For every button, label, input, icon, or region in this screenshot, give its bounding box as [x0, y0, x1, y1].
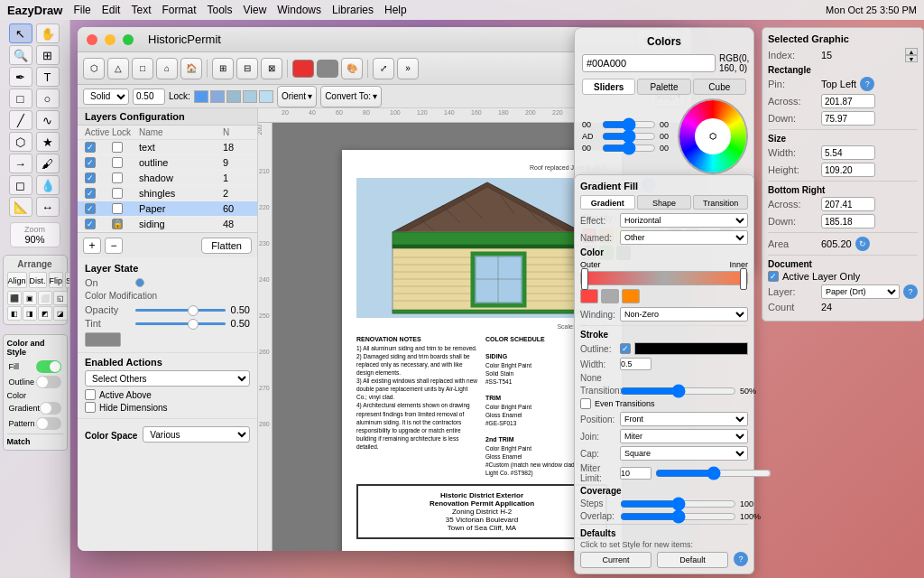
layer-row-paper[interactable]: ✓ Paper 60 [78, 201, 257, 217]
color-slider-r[interactable] [602, 121, 656, 128]
tint-color-swatch[interactable] [85, 332, 121, 347]
inner-color-swatch[interactable] [622, 289, 640, 303]
menu-text[interactable]: Text [131, 4, 151, 16]
even-transitions-check[interactable] [580, 398, 591, 409]
pattern-toggle[interactable] [36, 417, 61, 430]
text-tool[interactable]: T [36, 67, 60, 87]
menu-edit[interactable]: Edit [102, 4, 121, 16]
transition-slider[interactable] [620, 387, 736, 395]
gp-tab-gradient[interactable]: Gradient [580, 195, 635, 210]
menu-help[interactable]: Help [384, 4, 407, 16]
index-down-step[interactable]: ▼ [905, 55, 918, 62]
layer-active-siding[interactable]: ✓ [85, 219, 96, 229]
outer-color-swatch[interactable] [580, 289, 598, 303]
orient-btn[interactable]: Orient ▾ [277, 86, 317, 107]
mid-color-swatch[interactable] [601, 289, 619, 303]
minimize-button[interactable] [105, 34, 116, 45]
outline-checkbox[interactable]: ✓ [620, 343, 631, 354]
tab-cube[interactable]: Cube [693, 79, 746, 95]
color-space-select[interactable]: Various [143, 426, 250, 443]
arrange-icon-3[interactable]: ⬜ [38, 291, 52, 305]
rect-tool[interactable]: □ [9, 89, 32, 108]
convert-btn[interactable]: Convert To: ▾ [320, 86, 382, 107]
fill-toggle[interactable] [36, 360, 61, 373]
arrange-icon-1[interactable]: ⬛ [7, 291, 22, 305]
tb-building[interactable]: 🏠 [180, 58, 202, 79]
ellipse-tool[interactable]: ○ [36, 89, 60, 108]
layer-active-paper[interactable]: ✓ [85, 203, 96, 214]
arrow-tool[interactable]: → [9, 154, 32, 173]
tb-fill-gray[interactable] [317, 60, 338, 78]
tb-fill-red[interactable] [292, 60, 314, 78]
overlap-slider[interactable] [620, 513, 736, 520]
layer-active-shadow[interactable]: ✓ [85, 172, 96, 183]
crop-tool[interactable]: ⊞ [36, 45, 60, 65]
br-down-input[interactable] [821, 214, 875, 228]
tint-slider[interactable] [135, 322, 226, 325]
color-swatch-lightblue[interactable] [210, 90, 225, 103]
stroke-width-field[interactable] [620, 358, 651, 370]
eraser-tool[interactable]: ◻ [9, 175, 32, 195]
menu-format[interactable]: Format [162, 4, 196, 16]
gp-tab-transition[interactable]: Transition [693, 195, 748, 210]
layer-lock-paper[interactable] [112, 203, 123, 214]
line-tool[interactable]: ╱ [9, 110, 32, 130]
color-swatch-blue[interactable] [194, 90, 208, 103]
tb-color-picker[interactable]: 🎨 [341, 58, 363, 79]
layer-row-shingles[interactable]: ✓ shingles 2 [78, 186, 257, 201]
current-btn[interactable]: Current [580, 552, 651, 568]
tab-sliders[interactable]: Sliders [582, 79, 635, 95]
measure-tool[interactable]: 📐 [9, 197, 32, 217]
color-swatch-pale[interactable] [243, 90, 257, 103]
layer-active-outline[interactable]: ✓ [85, 157, 96, 168]
active-above-check[interactable] [85, 389, 96, 400]
stroke-type-select[interactable]: Solid [83, 89, 129, 105]
hide-dim-check[interactable] [85, 402, 96, 413]
color-hex-input[interactable] [582, 54, 716, 72]
named-select[interactable]: Other [620, 230, 748, 245]
send-btn[interactable]: Send [65, 272, 70, 288]
outline-toggle[interactable] [36, 376, 61, 388]
layer-info-btn[interactable]: ? [903, 284, 918, 299]
cap-select[interactable]: Square [620, 446, 748, 461]
down-input[interactable] [821, 111, 875, 126]
eye-dropper-tool[interactable]: 💧 [36, 175, 60, 195]
menu-libraries[interactable]: Libraries [332, 4, 374, 16]
tb-more[interactable]: » [397, 58, 419, 79]
stroke-width-input[interactable] [133, 89, 165, 105]
active-layer-check[interactable]: ✓ [768, 271, 779, 282]
color-wheel[interactable]: ⬡ [679, 100, 746, 172]
arrange-icon-6[interactable]: ◨ [23, 306, 37, 321]
layer-lock-siding[interactable]: 🔒 [112, 219, 123, 229]
height-input[interactable] [821, 163, 875, 177]
tb-shape2[interactable]: △ [107, 58, 129, 79]
miter-limit-input[interactable] [620, 467, 651, 480]
tb-grid[interactable]: ⊞ [212, 58, 234, 79]
gp-tab-shape[interactable]: Shape [637, 195, 692, 210]
dimension-tool[interactable]: ↔ [36, 197, 60, 217]
menu-tools[interactable]: Tools [207, 4, 232, 16]
tb-expand[interactable]: ⤢ [373, 58, 394, 79]
brush-tool[interactable]: 🖌 [36, 154, 60, 173]
layer-lock-outline[interactable] [112, 157, 123, 168]
gradient-stop-left[interactable] [581, 268, 588, 290]
winding-select[interactable]: Non-Zero [620, 307, 748, 322]
default-btn[interactable]: Default [657, 552, 728, 568]
tb-shape3[interactable]: □ [132, 58, 153, 79]
arrange-icon-5[interactable]: ◧ [7, 306, 22, 321]
effect-select[interactable]: Horizontal [620, 213, 748, 228]
layer-row-siding[interactable]: ✓ 🔒 siding 48 [78, 217, 257, 232]
miter-slider[interactable] [655, 470, 772, 477]
menu-view[interactable]: View [244, 4, 267, 16]
pen-tool[interactable]: ✒ [9, 67, 32, 87]
width-input[interactable] [821, 145, 875, 160]
arrange-icon-8[interactable]: ◪ [53, 306, 68, 321]
layer-lock-text[interactable] [112, 142, 123, 153]
dist-btn[interactable]: Dist. [29, 272, 47, 288]
menu-windows[interactable]: Windows [277, 4, 321, 16]
maximize-button[interactable] [123, 34, 134, 45]
stroke-color-preview[interactable] [634, 342, 748, 355]
select-tool[interactable]: ↖ [9, 23, 32, 43]
tb-shape1[interactable]: ⬡ [83, 58, 105, 79]
layer-lock-shadow[interactable] [112, 172, 123, 183]
